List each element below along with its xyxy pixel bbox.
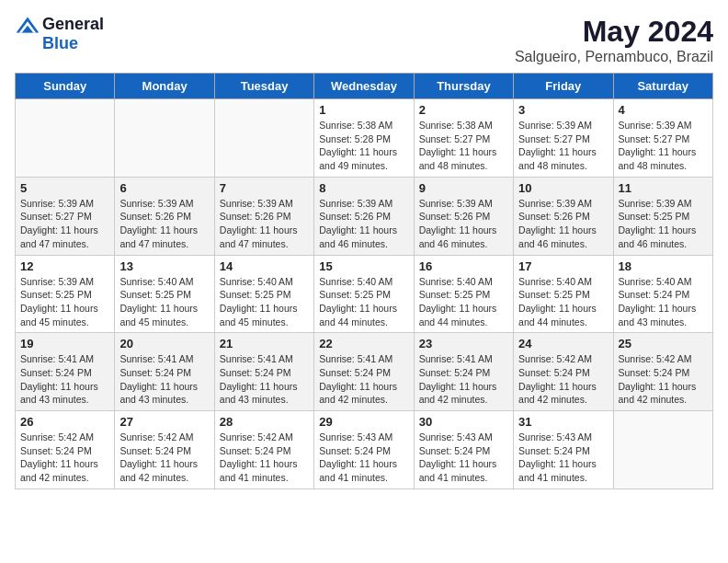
day-number: 30 xyxy=(419,415,508,429)
calendar-cell: 7Sunrise: 5:39 AM Sunset: 5:26 PM Daylig… xyxy=(214,177,313,255)
day-number: 2 xyxy=(419,103,508,117)
day-info: Sunrise: 5:42 AM Sunset: 5:24 PM Dayligh… xyxy=(20,431,109,485)
day-info: Sunrise: 5:39 AM Sunset: 5:26 PM Dayligh… xyxy=(220,197,309,251)
calendar-cell xyxy=(115,99,214,178)
day-info: Sunrise: 5:39 AM Sunset: 5:27 PM Dayligh… xyxy=(20,197,109,251)
day-number: 23 xyxy=(419,337,508,350)
calendar-cell: 6Sunrise: 5:39 AM Sunset: 5:26 PM Daylig… xyxy=(115,177,214,255)
day-info: Sunrise: 5:39 AM Sunset: 5:27 PM Dayligh… xyxy=(619,119,708,173)
day-number: 7 xyxy=(220,181,309,195)
calendar-cell: 12Sunrise: 5:39 AM Sunset: 5:25 PM Dayli… xyxy=(16,255,115,333)
calendar-cell: 1Sunrise: 5:38 AM Sunset: 5:28 PM Daylig… xyxy=(314,99,414,178)
day-info: Sunrise: 5:42 AM Sunset: 5:24 PM Dayligh… xyxy=(619,352,708,407)
column-header-sunday: Sunday xyxy=(16,74,115,99)
day-number: 4 xyxy=(619,103,708,117)
day-number: 13 xyxy=(119,259,209,273)
calendar-cell: 11Sunrise: 5:39 AM Sunset: 5:25 PM Dayli… xyxy=(613,177,712,255)
logo-general: General xyxy=(42,15,104,34)
day-info: Sunrise: 5:42 AM Sunset: 5:24 PM Dayligh… xyxy=(518,352,608,407)
day-number: 14 xyxy=(220,259,309,273)
day-info: Sunrise: 5:38 AM Sunset: 5:27 PM Dayligh… xyxy=(419,119,508,173)
day-info: Sunrise: 5:39 AM Sunset: 5:26 PM Dayligh… xyxy=(518,197,608,251)
calendar-week-row: 12Sunrise: 5:39 AM Sunset: 5:25 PM Dayli… xyxy=(16,255,713,333)
calendar-week-row: 26Sunrise: 5:42 AM Sunset: 5:24 PM Dayli… xyxy=(16,411,713,489)
calendar-cell: 19Sunrise: 5:41 AM Sunset: 5:24 PM Dayli… xyxy=(16,333,115,411)
day-number: 17 xyxy=(518,259,608,273)
column-header-wednesday: Wednesday xyxy=(314,74,414,99)
calendar-cell: 3Sunrise: 5:39 AM Sunset: 5:27 PM Daylig… xyxy=(514,99,613,178)
day-number: 8 xyxy=(319,181,408,195)
calendar-cell: 31Sunrise: 5:43 AM Sunset: 5:24 PM Dayli… xyxy=(514,411,613,489)
day-info: Sunrise: 5:41 AM Sunset: 5:24 PM Dayligh… xyxy=(20,352,109,407)
day-info: Sunrise: 5:39 AM Sunset: 5:25 PM Dayligh… xyxy=(619,197,708,251)
day-info: Sunrise: 5:40 AM Sunset: 5:25 PM Dayligh… xyxy=(119,275,209,329)
calendar-cell: 15Sunrise: 5:40 AM Sunset: 5:25 PM Dayli… xyxy=(314,255,414,333)
day-info: Sunrise: 5:43 AM Sunset: 5:24 PM Dayligh… xyxy=(419,431,508,485)
calendar-cell: 20Sunrise: 5:41 AM Sunset: 5:24 PM Dayli… xyxy=(115,333,214,411)
day-info: Sunrise: 5:40 AM Sunset: 5:25 PM Dayligh… xyxy=(518,275,608,329)
logo-blue: Blue xyxy=(42,34,78,53)
calendar-cell: 30Sunrise: 5:43 AM Sunset: 5:24 PM Dayli… xyxy=(414,411,513,489)
day-number: 28 xyxy=(220,415,309,429)
day-number: 12 xyxy=(20,259,109,273)
calendar-cell: 27Sunrise: 5:42 AM Sunset: 5:24 PM Dayli… xyxy=(115,411,214,489)
calendar-cell: 5Sunrise: 5:39 AM Sunset: 5:27 PM Daylig… xyxy=(16,177,115,255)
calendar-cell: 28Sunrise: 5:42 AM Sunset: 5:24 PM Dayli… xyxy=(214,411,313,489)
day-number: 22 xyxy=(319,337,408,350)
calendar-cell: 21Sunrise: 5:41 AM Sunset: 5:24 PM Dayli… xyxy=(214,333,313,411)
day-info: Sunrise: 5:43 AM Sunset: 5:24 PM Dayligh… xyxy=(319,431,408,485)
column-header-thursday: Thursday xyxy=(414,74,513,99)
day-number: 20 xyxy=(119,337,209,350)
day-number: 27 xyxy=(119,415,209,429)
calendar-cell xyxy=(214,99,313,178)
calendar-week-row: 1Sunrise: 5:38 AM Sunset: 5:28 PM Daylig… xyxy=(16,99,713,178)
day-number: 18 xyxy=(619,259,708,273)
calendar-cell: 23Sunrise: 5:41 AM Sunset: 5:24 PM Dayli… xyxy=(414,333,513,411)
day-info: Sunrise: 5:40 AM Sunset: 5:24 PM Dayligh… xyxy=(619,275,708,329)
calendar-week-row: 5Sunrise: 5:39 AM Sunset: 5:27 PM Daylig… xyxy=(16,177,713,255)
day-info: Sunrise: 5:43 AM Sunset: 5:24 PM Dayligh… xyxy=(518,431,608,485)
calendar-cell xyxy=(16,99,115,178)
calendar-cell: 10Sunrise: 5:39 AM Sunset: 5:26 PM Dayli… xyxy=(514,177,613,255)
column-header-saturday: Saturday xyxy=(613,74,712,99)
day-info: Sunrise: 5:39 AM Sunset: 5:25 PM Dayligh… xyxy=(20,275,109,329)
calendar-cell: 16Sunrise: 5:40 AM Sunset: 5:25 PM Dayli… xyxy=(414,255,513,333)
calendar-cell: 26Sunrise: 5:42 AM Sunset: 5:24 PM Dayli… xyxy=(16,411,115,489)
day-info: Sunrise: 5:39 AM Sunset: 5:26 PM Dayligh… xyxy=(119,197,209,251)
calendar-cell xyxy=(613,411,712,489)
day-number: 11 xyxy=(619,181,708,195)
column-header-monday: Monday xyxy=(115,74,214,99)
day-number: 9 xyxy=(419,181,508,195)
calendar-cell: 29Sunrise: 5:43 AM Sunset: 5:24 PM Dayli… xyxy=(314,411,414,489)
day-number: 29 xyxy=(319,415,408,429)
day-info: Sunrise: 5:40 AM Sunset: 5:25 PM Dayligh… xyxy=(220,275,309,329)
column-header-friday: Friday xyxy=(514,74,613,99)
day-info: Sunrise: 5:40 AM Sunset: 5:25 PM Dayligh… xyxy=(419,275,508,329)
calendar-cell: 17Sunrise: 5:40 AM Sunset: 5:25 PM Dayli… xyxy=(514,255,613,333)
logo: General Blue xyxy=(15,15,104,53)
logo-icon xyxy=(15,16,40,34)
calendar-cell: 18Sunrise: 5:40 AM Sunset: 5:24 PM Dayli… xyxy=(613,255,712,333)
day-info: Sunrise: 5:38 AM Sunset: 5:28 PM Dayligh… xyxy=(319,119,408,173)
day-number: 15 xyxy=(319,259,408,273)
day-info: Sunrise: 5:42 AM Sunset: 5:24 PM Dayligh… xyxy=(220,431,309,485)
calendar-week-row: 19Sunrise: 5:41 AM Sunset: 5:24 PM Dayli… xyxy=(16,333,713,411)
day-number: 19 xyxy=(20,337,109,350)
day-number: 21 xyxy=(220,337,309,350)
subtitle: Salgueiro, Pernambuco, Brazil xyxy=(515,49,713,65)
day-info: Sunrise: 5:41 AM Sunset: 5:24 PM Dayligh… xyxy=(119,352,209,407)
calendar-cell: 9Sunrise: 5:39 AM Sunset: 5:26 PM Daylig… xyxy=(414,177,513,255)
calendar-header-row: SundayMondayTuesdayWednesdayThursdayFrid… xyxy=(16,74,713,99)
day-number: 31 xyxy=(518,415,608,429)
day-info: Sunrise: 5:41 AM Sunset: 5:24 PM Dayligh… xyxy=(220,352,309,407)
day-info: Sunrise: 5:41 AM Sunset: 5:24 PM Dayligh… xyxy=(319,352,408,407)
day-number: 3 xyxy=(518,103,608,117)
calendar-cell: 25Sunrise: 5:42 AM Sunset: 5:24 PM Dayli… xyxy=(613,333,712,411)
day-number: 16 xyxy=(419,259,508,273)
calendar-cell: 4Sunrise: 5:39 AM Sunset: 5:27 PM Daylig… xyxy=(613,99,712,178)
day-number: 1 xyxy=(319,103,408,117)
calendar-cell: 14Sunrise: 5:40 AM Sunset: 5:25 PM Dayli… xyxy=(214,255,313,333)
day-info: Sunrise: 5:41 AM Sunset: 5:24 PM Dayligh… xyxy=(419,352,508,407)
column-header-tuesday: Tuesday xyxy=(214,74,313,99)
day-number: 6 xyxy=(119,181,209,195)
